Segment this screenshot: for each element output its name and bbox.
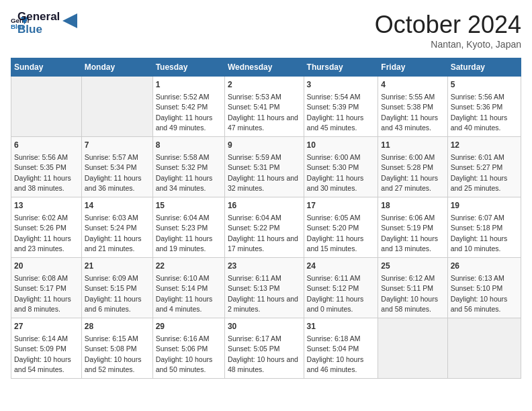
calendar-cell: 4Sunrise: 5:55 AMSunset: 5:38 PMDaylight… [378,77,447,137]
day-number: 11 [381,140,444,151]
calendar-cell: 30Sunrise: 6:17 AMSunset: 5:05 PMDayligh… [224,318,304,379]
month-title: October 2024 [375,11,521,39]
day-info: Sunrise: 6:05 AMSunset: 5:20 PMDaylight:… [307,214,364,253]
day-info: Sunrise: 6:13 AMSunset: 5:10 PMDaylight:… [451,274,508,313]
day-number: 8 [156,140,222,151]
day-info: Sunrise: 6:04 AMSunset: 5:23 PMDaylight:… [156,214,213,253]
calendar-cell: 17Sunrise: 6:05 AMSunset: 5:20 PMDayligh… [304,197,378,258]
day-number: 2 [228,79,301,91]
calendar-cell: 6Sunrise: 5:56 AMSunset: 5:35 PMDaylight… [11,137,82,197]
logo-line2: Blue [17,24,60,36]
header-saturday: Saturday [447,58,521,77]
day-info: Sunrise: 5:53 AMSunset: 5:41 PMDaylight:… [228,93,298,132]
calendar-cell: 19Sunrise: 6:07 AMSunset: 5:18 PMDayligh… [447,197,521,258]
calendar-cell: 15Sunrise: 6:04 AMSunset: 5:23 PMDayligh… [152,197,224,258]
calendar-cell: 24Sunrise: 6:11 AMSunset: 5:12 PMDayligh… [304,258,378,318]
day-number: 28 [85,321,150,332]
day-info: Sunrise: 6:08 AMSunset: 5:17 PMDaylight:… [14,274,71,313]
calendar-cell: 10Sunrise: 6:00 AMSunset: 5:30 PMDayligh… [304,137,378,197]
calendar-cell: 26Sunrise: 6:13 AMSunset: 5:10 PMDayligh… [447,258,521,318]
header-thursday: Thursday [304,58,378,77]
calendar-cell: 20Sunrise: 6:08 AMSunset: 5:17 PMDayligh… [11,258,82,318]
day-number: 12 [451,140,518,151]
calendar-cell: 16Sunrise: 6:04 AMSunset: 5:22 PMDayligh… [224,197,304,258]
title-block: October 2024 Nantan, Kyoto, Japan [375,11,521,50]
logo-line1: General [17,11,60,24]
header-tuesday: Tuesday [152,58,224,77]
calendar-cell: 12Sunrise: 6:01 AMSunset: 5:27 PMDayligh… [447,137,521,197]
calendar-cell: 8Sunrise: 5:58 AMSunset: 5:32 PMDaylight… [152,137,224,197]
day-number: 31 [307,321,375,332]
day-info: Sunrise: 5:58 AMSunset: 5:32 PMDaylight:… [156,153,213,192]
day-info: Sunrise: 6:07 AMSunset: 5:18 PMDaylight:… [451,214,508,253]
day-number: 5 [451,79,518,91]
day-info: Sunrise: 6:16 AMSunset: 5:06 PMDaylight:… [156,334,213,373]
header-monday: Monday [81,58,152,77]
calendar-cell: 13Sunrise: 6:02 AMSunset: 5:26 PMDayligh… [11,197,82,258]
day-number: 7 [85,140,150,151]
calendar-week-4: 20Sunrise: 6:08 AMSunset: 5:17 PMDayligh… [11,258,521,318]
day-number: 10 [307,140,375,151]
calendar-header-row: SundayMondayTuesdayWednesdayThursdayFrid… [11,58,521,77]
location: Nantan, Kyoto, Japan [375,39,521,50]
day-number: 23 [228,261,301,272]
calendar-week-1: 1Sunrise: 5:52 AMSunset: 5:42 PMDaylight… [11,77,521,137]
calendar-cell: 11Sunrise: 6:00 AMSunset: 5:28 PMDayligh… [378,137,447,197]
day-info: Sunrise: 6:17 AMSunset: 5:05 PMDaylight:… [228,334,298,373]
day-info: Sunrise: 5:52 AMSunset: 5:42 PMDaylight:… [156,93,213,132]
day-number: 3 [307,79,375,91]
day-info: Sunrise: 5:56 AMSunset: 5:36 PMDaylight:… [451,93,508,132]
day-info: Sunrise: 5:57 AMSunset: 5:34 PMDaylight:… [85,153,142,192]
logo-arrow-icon [62,13,77,28]
logo: General Blue General Blue [11,11,77,36]
calendar-cell: 22Sunrise: 6:10 AMSunset: 5:14 PMDayligh… [152,258,224,318]
day-info: Sunrise: 6:15 AMSunset: 5:08 PMDaylight:… [85,334,142,373]
day-info: Sunrise: 6:14 AMSunset: 5:09 PMDaylight:… [14,334,71,373]
day-info: Sunrise: 6:09 AMSunset: 5:15 PMDaylight:… [85,274,142,313]
day-number: 14 [85,200,150,212]
svg-marker-3 [62,13,77,28]
day-info: Sunrise: 6:01 AMSunset: 5:27 PMDaylight:… [451,153,508,192]
day-number: 24 [307,261,375,272]
calendar-cell: 27Sunrise: 6:14 AMSunset: 5:09 PMDayligh… [11,318,82,379]
calendar-cell: 3Sunrise: 5:54 AMSunset: 5:39 PMDaylight… [304,77,378,137]
day-info: Sunrise: 6:12 AMSunset: 5:11 PMDaylight:… [381,274,438,313]
day-number: 30 [228,321,301,332]
calendar-cell: 23Sunrise: 6:11 AMSunset: 5:13 PMDayligh… [224,258,304,318]
day-info: Sunrise: 6:04 AMSunset: 5:22 PMDaylight:… [228,214,298,253]
day-info: Sunrise: 6:00 AMSunset: 5:28 PMDaylight:… [381,153,438,192]
calendar-cell: 9Sunrise: 5:59 AMSunset: 5:31 PMDaylight… [224,137,304,197]
calendar-cell: 7Sunrise: 5:57 AMSunset: 5:34 PMDaylight… [81,137,152,197]
day-number: 22 [156,261,222,272]
page-header: General Blue General Blue October 2024 N… [11,11,521,50]
header-sunday: Sunday [11,58,82,77]
day-info: Sunrise: 6:02 AMSunset: 5:26 PMDaylight:… [14,214,71,253]
day-info: Sunrise: 6:03 AMSunset: 5:24 PMDaylight:… [85,214,142,253]
day-number: 16 [228,200,301,212]
calendar-cell [447,318,521,379]
day-number: 29 [156,321,222,332]
day-number: 21 [85,261,150,272]
calendar-cell: 1Sunrise: 5:52 AMSunset: 5:42 PMDaylight… [152,77,224,137]
calendar-table: SundayMondayTuesdayWednesdayThursdayFrid… [11,58,521,379]
calendar-cell: 14Sunrise: 6:03 AMSunset: 5:24 PMDayligh… [81,197,152,258]
day-info: Sunrise: 6:18 AMSunset: 5:04 PMDaylight:… [307,334,364,373]
day-number: 20 [14,261,79,272]
day-info: Sunrise: 6:00 AMSunset: 5:30 PMDaylight:… [307,153,364,192]
header-friday: Friday [378,58,447,77]
day-number: 13 [14,200,79,212]
calendar-cell [81,77,152,137]
calendar-cell: 31Sunrise: 6:18 AMSunset: 5:04 PMDayligh… [304,318,378,379]
header-wednesday: Wednesday [224,58,304,77]
day-info: Sunrise: 6:11 AMSunset: 5:12 PMDaylight:… [307,274,364,313]
calendar-cell [378,318,447,379]
day-info: Sunrise: 5:56 AMSunset: 5:35 PMDaylight:… [14,153,71,192]
calendar-cell: 21Sunrise: 6:09 AMSunset: 5:15 PMDayligh… [81,258,152,318]
day-number: 26 [451,261,518,272]
day-info: Sunrise: 6:10 AMSunset: 5:14 PMDaylight:… [156,274,213,313]
calendar-cell: 5Sunrise: 5:56 AMSunset: 5:36 PMDaylight… [447,77,521,137]
day-info: Sunrise: 6:06 AMSunset: 5:19 PMDaylight:… [381,214,438,253]
calendar-cell: 29Sunrise: 6:16 AMSunset: 5:06 PMDayligh… [152,318,224,379]
day-info: Sunrise: 6:11 AMSunset: 5:13 PMDaylight:… [228,274,298,313]
day-info: Sunrise: 5:54 AMSunset: 5:39 PMDaylight:… [307,93,364,132]
